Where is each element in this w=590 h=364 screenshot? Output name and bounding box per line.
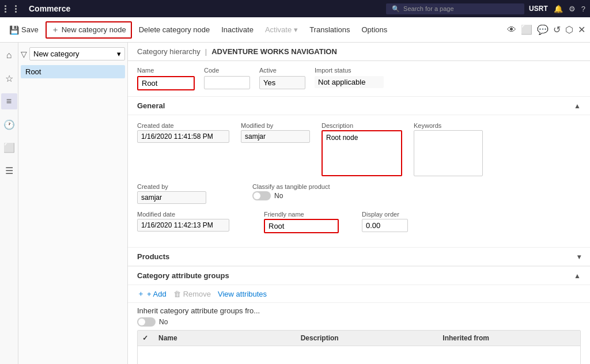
office-icon[interactable]: ⬜ (521, 24, 532, 35)
friendly-name-group: Friendly name (264, 211, 339, 233)
created-date-value: 1/16/2020 11:41:58 PM (137, 130, 229, 143)
modified-date-label: Modified date (137, 211, 229, 218)
sidebar-menu-icon[interactable]: ≡ (1, 93, 17, 109)
inactivate-button[interactable]: Inactivate (217, 23, 258, 36)
remove-attr-button[interactable]: 🗑 Remove (173, 290, 211, 298)
active-label: Active (259, 67, 305, 74)
toolbar-right: 👁 ⬜ 💬 ↺ ⬡ ✕ (507, 24, 585, 35)
modified-by-value: samjar (241, 130, 310, 143)
created-by-label: Created by (137, 183, 206, 190)
display-order-input[interactable] (362, 219, 408, 232)
save-button[interactable]: 💾 Save (5, 23, 43, 37)
remove-attr-icon: 🗑 (173, 290, 181, 298)
products-section: Products ▾ (128, 247, 590, 266)
friendly-name-label: Friendly name (264, 211, 339, 218)
modified-date-group: Modified date 1/16/2020 11:42:13 PM (137, 211, 229, 233)
add-icon: ＋ (51, 25, 59, 35)
import-status-group: Import status Not applicable (315, 67, 384, 88)
eye-icon[interactable]: 👁 (507, 25, 516, 35)
created-date-group: Created date 1/16/2020 11:41:58 PM (137, 122, 229, 176)
attr-groups-chevron-icon: ▲ (574, 272, 581, 280)
products-chevron-icon: ▾ (577, 253, 581, 261)
table-header: ✓ Name Description Inherited from (138, 331, 580, 346)
created-by-group: Created by samjar (137, 183, 206, 204)
breadcrumb-separator: | (205, 47, 207, 56)
display-order-group: Display order (362, 211, 408, 233)
popout-icon[interactable]: ⬡ (565, 24, 573, 35)
category-dropdown[interactable]: New category ▾ (29, 47, 125, 60)
table-inherited-header: Inherited from (438, 331, 580, 346)
filter-icon: ▽ (21, 50, 27, 59)
import-status-value: Not applicable (315, 76, 384, 88)
options-button[interactable]: Options (357, 23, 392, 36)
sidebar-workspace-icon[interactable]: ⬜ (1, 139, 17, 156)
created-by-value: samjar (137, 191, 206, 204)
chevron-down-icon: ▾ (294, 25, 298, 34)
add-attr-icon: ＋ (137, 289, 145, 299)
display-order-label: Display order (362, 211, 408, 218)
breadcrumb-nav-title: ADVENTURE WORKS NAVIGATION (211, 47, 337, 56)
classify-toggle[interactable] (252, 191, 271, 200)
activate-button[interactable]: Activate ▾ (260, 23, 302, 36)
grid-icon[interactable] (5, 5, 24, 13)
toggle-knob (254, 192, 260, 199)
code-input[interactable] (204, 76, 250, 89)
translations-button[interactable]: Translations (305, 23, 354, 36)
keywords-group: Keywords (414, 122, 483, 176)
name-input[interactable] (137, 76, 195, 90)
attr-groups-section-header[interactable]: Category attribute groups ▲ (128, 267, 590, 285)
settings-icon[interactable]: ⚙ (569, 5, 576, 13)
close-icon[interactable]: ✕ (578, 24, 585, 35)
global-search[interactable]: 🔍 Search for a page (386, 3, 524, 14)
save-icon: 💾 (9, 25, 19, 35)
category-filter-row: ▽ New category ▾ (21, 47, 125, 60)
chat-icon[interactable]: 💬 (537, 24, 549, 35)
user-label: USRT (529, 5, 548, 13)
table-name-header: Name (154, 331, 296, 346)
attr-groups-section: Category attribute groups ▲ ＋ + Add 🗑 Re… (128, 266, 590, 364)
content-header: Category hierarchy | ADVENTURE WORKS NAV… (128, 43, 590, 61)
created-date-label: Created date (137, 122, 229, 129)
inherit-toggle-row: No (137, 317, 581, 327)
active-group: Active Yes (259, 67, 305, 89)
products-section-header[interactable]: Products ▾ (128, 248, 590, 266)
main-layout: ⌂ ☆ ≡ 🕐 ⬜ ☰ ▽ New category ▾ Root Catego… (0, 43, 590, 364)
notification-icon[interactable]: 🔔 (554, 5, 563, 13)
general-section-header[interactable]: General ▲ (128, 97, 590, 115)
table-check-header: ✓ (138, 331, 154, 346)
new-category-button[interactable]: ＋ New category node (46, 21, 132, 39)
general-row-3: Modified date 1/16/2020 11:42:13 PM Frie… (137, 211, 581, 233)
sidebar-star-icon[interactable]: ☆ (1, 70, 17, 86)
add-attr-button[interactable]: ＋ + Add (137, 289, 167, 299)
view-attributes-button[interactable]: View attributes (218, 290, 267, 298)
description-label: Description (322, 122, 402, 129)
inherit-toggle[interactable] (137, 317, 156, 327)
inherit-label: Inherit category attribute groups fro... (137, 306, 581, 315)
attr-table: ✓ Name Description Inherited from 🗃 We d… (137, 330, 581, 364)
help-icon[interactable]: ? (581, 5, 585, 13)
sidebar-list-icon[interactable]: ☰ (1, 162, 17, 179)
sidebar-recent-icon[interactable]: 🕐 (1, 116, 17, 132)
modified-by-group: Modified by samjar (241, 122, 310, 176)
inherit-row: Inherit category attribute groups fro...… (128, 303, 590, 330)
name-group: Name (137, 67, 195, 90)
inherit-toggle-knob (138, 318, 145, 325)
classify-label: Classify as tangible product (252, 183, 330, 190)
refresh-icon[interactable]: ↺ (553, 24, 561, 35)
general-section-body: Created date 1/16/2020 11:41:58 PM Modif… (128, 115, 590, 247)
description-input[interactable]: Root node (322, 130, 402, 176)
name-label: Name (137, 67, 195, 74)
sidebar-home-icon[interactable]: ⌂ (1, 47, 17, 63)
category-item-root[interactable]: Root (21, 65, 125, 78)
general-chevron-icon: ▲ (574, 102, 581, 110)
top-icons: USRT 🔔 ⚙ ? (529, 5, 585, 13)
keywords-label: Keywords (414, 122, 483, 129)
classify-group: Classify as tangible product No (252, 183, 330, 204)
friendly-name-input[interactable] (264, 219, 339, 233)
dropdown-chevron-icon: ▾ (117, 50, 121, 58)
description-group: Description Root node (322, 122, 402, 176)
delete-category-button[interactable]: Delete category node (134, 23, 215, 36)
inherit-toggle-value: No (159, 318, 168, 326)
general-row-2: Created by samjar Classify as tangible p… (137, 183, 581, 204)
keywords-input[interactable] (414, 130, 483, 176)
